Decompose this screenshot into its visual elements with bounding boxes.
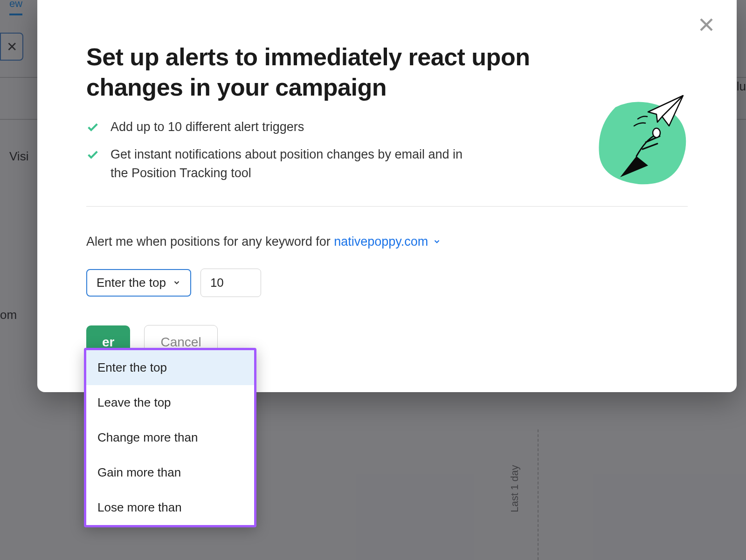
modal-divider: [86, 206, 688, 207]
benefit-text: Add up to 10 different alert triggers: [111, 118, 304, 137]
button-label-fragment: er: [102, 335, 114, 349]
svg-point-0: [653, 128, 660, 138]
check-icon: [86, 148, 99, 161]
domain-name: nativepoppy.com: [334, 235, 428, 249]
alerts-setup-modal: Set up alerts to immediately react upon …: [37, 0, 737, 392]
trigger-controls: Enter the top: [86, 269, 688, 297]
sentence-prefix: Alert me when positions for any keyword …: [86, 235, 334, 249]
trigger-select-value: Enter the top: [97, 276, 166, 290]
benefits-list: Add up to 10 different alert triggers Ge…: [86, 118, 469, 183]
benefit-item: Get instant notifications about position…: [86, 145, 469, 183]
dropdown-option-enter-top[interactable]: Enter the top: [86, 350, 254, 385]
threshold-input[interactable]: [200, 269, 261, 297]
benefit-text: Get instant notifications about position…: [111, 145, 469, 183]
domain-selector[interactable]: nativepoppy.com: [334, 235, 441, 249]
paper-plane-illustration: [587, 93, 690, 187]
dropdown-option-gain-more[interactable]: Gain more than: [86, 455, 254, 490]
modal-title: Set up alerts to immediately react upon …: [86, 42, 553, 103]
modal-close-button[interactable]: [695, 14, 718, 37]
alert-sentence: Alert me when positions for any keyword …: [86, 235, 688, 249]
chevron-down-icon: [173, 276, 181, 290]
benefit-item: Add up to 10 different alert triggers: [86, 118, 469, 137]
dropdown-option-change-more[interactable]: Change more than: [86, 420, 254, 455]
trigger-type-select[interactable]: Enter the top: [86, 269, 191, 297]
close-icon: [698, 16, 715, 35]
dropdown-option-lose-more[interactable]: Lose more than: [86, 490, 254, 525]
chevron-down-icon: [433, 235, 441, 249]
button-label: Cancel: [160, 335, 201, 349]
check-icon: [86, 120, 99, 133]
trigger-type-dropdown: Enter the top Leave the top Change more …: [84, 348, 256, 527]
dropdown-option-leave-top[interactable]: Leave the top: [86, 385, 254, 420]
